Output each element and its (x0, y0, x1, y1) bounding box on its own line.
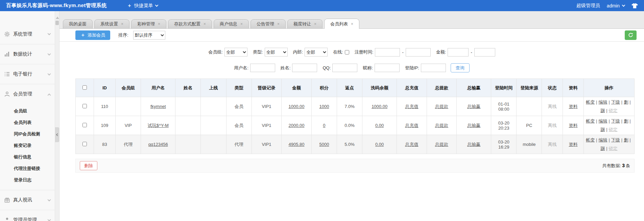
points-link[interactable]: 1000 (319, 104, 329, 109)
row-checkbox[interactable] (82, 142, 87, 146)
wash-balance-link[interactable]: 0.00 (375, 142, 384, 147)
user-menu-button[interactable]: admin (607, 3, 625, 8)
total-withdraw-link[interactable]: 总提款 (435, 104, 448, 109)
qq-input[interactable] (332, 64, 357, 72)
close-icon[interactable]: × (121, 22, 123, 26)
points-link[interactable]: 5000 (319, 142, 329, 147)
amount-link[interactable]: 1000.00 (289, 104, 305, 109)
tab-deposit-config[interactable]: 存款方式配置 × (168, 19, 212, 28)
sidebar-item-live-video[interactable]: 真人视讯 (0, 190, 55, 210)
add-member-button[interactable]: ＋ 添加会员 (75, 30, 110, 40)
profile-link[interactable]: 资料 (569, 123, 577, 128)
op-subordinates-link[interactable]: 下级 (611, 137, 620, 142)
amount-link[interactable]: 2000.00 (289, 123, 305, 128)
delete-button[interactable]: 删除 (80, 161, 97, 170)
tab-lottery-management[interactable]: 彩种管理 × (131, 19, 166, 28)
select-all-checkbox[interactable] (82, 85, 87, 90)
points-link[interactable]: 0 (323, 123, 325, 128)
total-deposit-link[interactable]: 总充值 (405, 142, 418, 147)
sort-select[interactable]: 默认排序 (133, 31, 165, 40)
row-checkbox[interactable] (82, 104, 87, 108)
online-checkbox[interactable] (345, 50, 349, 54)
op-kick-link[interactable]: 踢 (600, 146, 605, 151)
sidebar-item-members[interactable]: 会员管理 (0, 84, 55, 104)
close-icon[interactable]: × (314, 22, 316, 26)
op-edit-link[interactable]: 编辑 (598, 100, 607, 105)
splitter-handle[interactable] (55, 21, 59, 25)
tab-announcements[interactable]: 公告管理 × (251, 19, 286, 28)
username-link[interactable]: 试玩$^Y-M (148, 123, 169, 128)
amount-link[interactable]: 4905.80 (289, 142, 305, 147)
profile-link[interactable]: 资料 (569, 104, 577, 109)
sidebar-item-admins[interactable]: 管理员管理 (0, 210, 55, 221)
tab-quota-transfer[interactable]: 额度转让 × (287, 19, 323, 28)
tab-my-desktop[interactable]: 我的桌面 (63, 19, 93, 28)
op-subordinates-link[interactable]: 下级 (611, 118, 620, 124)
op-subordinates-link[interactable]: 下级 (611, 100, 620, 105)
sidebar-collapse-button[interactable] (55, 127, 59, 142)
op-edit-link[interactable]: 编辑 (598, 118, 607, 124)
close-icon[interactable]: × (277, 22, 280, 26)
amount-to-input[interactable] (474, 48, 495, 57)
username-link[interactable]: fkymnet (150, 104, 166, 109)
login-ip-input[interactable] (421, 64, 446, 72)
refresh-button[interactable] (625, 30, 637, 40)
op-kick-link[interactable]: 踢 (600, 108, 605, 113)
sidebar-item-agent-reg-link[interactable]: 代理注册链接 (0, 163, 55, 174)
sidebar-item-same-ip-check[interactable]: 同IP会员检测 (0, 128, 55, 140)
wash-balance-link[interactable]: 0.00 (375, 123, 384, 128)
close-icon[interactable]: × (204, 22, 206, 26)
scroll-up-icon[interactable] (56, 17, 59, 19)
op-delete-link[interactable]: 删 (624, 118, 628, 124)
search-button[interactable]: 查询 (451, 63, 470, 72)
close-icon[interactable]: × (240, 22, 243, 26)
register-time-from-input[interactable] (375, 48, 400, 57)
nickname-input[interactable] (375, 64, 400, 72)
sidebar-item-system[interactable]: 系统管理 (0, 24, 55, 44)
sidebar-item-member-groups[interactable]: 会员组 (0, 105, 55, 117)
sidebar-item-ebank[interactable]: 电子银行 (0, 64, 55, 84)
sidebar-item-member-list[interactable]: 会员列表 (0, 117, 55, 128)
total-deposit-link[interactable]: 总充值 (405, 123, 418, 128)
member-group-select[interactable]: 全部 (224, 48, 247, 57)
op-account-change-link[interactable]: 帐变 (586, 100, 595, 105)
sidebar-item-statistics[interactable]: 数据统计 (0, 44, 55, 64)
name-input[interactable] (292, 64, 317, 72)
sidebar-item-account-changes[interactable]: 账变记录 (0, 140, 55, 151)
op-lock-link[interactable]: 锁定 (609, 108, 618, 113)
tab-member-list[interactable]: 会员列表 × (324, 19, 359, 29)
op-delete-link[interactable]: 删 (624, 100, 628, 105)
sidebar-item-login-log[interactable]: 登录日志 (0, 174, 55, 186)
op-account-change-link[interactable]: 帐变 (586, 118, 595, 124)
type-select[interactable]: 全部 (265, 48, 288, 57)
profile-link[interactable]: 资料 (569, 142, 577, 147)
username-link[interactable]: qq123456 (148, 142, 168, 147)
op-separator: | (621, 118, 622, 124)
sidebar-item-bank-info[interactable]: 银行信息 (0, 151, 55, 163)
close-icon[interactable]: × (158, 22, 160, 26)
total-winloss-link[interactable]: 总输赢 (467, 104, 480, 109)
op-edit-link[interactable]: 编辑 (598, 137, 607, 142)
total-withdraw-link[interactable]: 总提款 (435, 142, 448, 147)
op-lock-link[interactable]: 锁定 (609, 127, 618, 132)
op-lock-link[interactable]: 锁定 (609, 146, 618, 151)
quick-menu-button[interactable]: ＋ 快捷菜单 (127, 3, 158, 9)
total-withdraw-link[interactable]: 总提款 (435, 123, 448, 128)
theme-icon[interactable] (631, 3, 638, 8)
wash-balance-link[interactable]: 1000.00 (372, 104, 387, 109)
username-input[interactable] (250, 64, 275, 72)
op-delete-link[interactable]: 删 (624, 137, 628, 142)
op-kick-link[interactable]: 踢 (600, 127, 605, 132)
total-winloss-link[interactable]: 总输赢 (467, 142, 480, 147)
tab-system-settings[interactable]: 系统设置 × (94, 19, 129, 28)
tab-merchant-info[interactable]: 商户信息 × (214, 19, 249, 28)
register-time-to-input[interactable] (406, 48, 431, 57)
col-username: 用户名 (141, 79, 175, 97)
row-checkbox[interactable] (82, 123, 87, 127)
total-winloss-link[interactable]: 总输赢 (467, 123, 480, 128)
op-account-change-link[interactable]: 帐变 (586, 137, 595, 142)
amount-from-input[interactable] (448, 48, 469, 57)
close-icon[interactable]: × (351, 22, 353, 26)
total-deposit-link[interactable]: 总充值 (405, 104, 418, 109)
internal-select[interactable]: 全部 (305, 48, 328, 57)
